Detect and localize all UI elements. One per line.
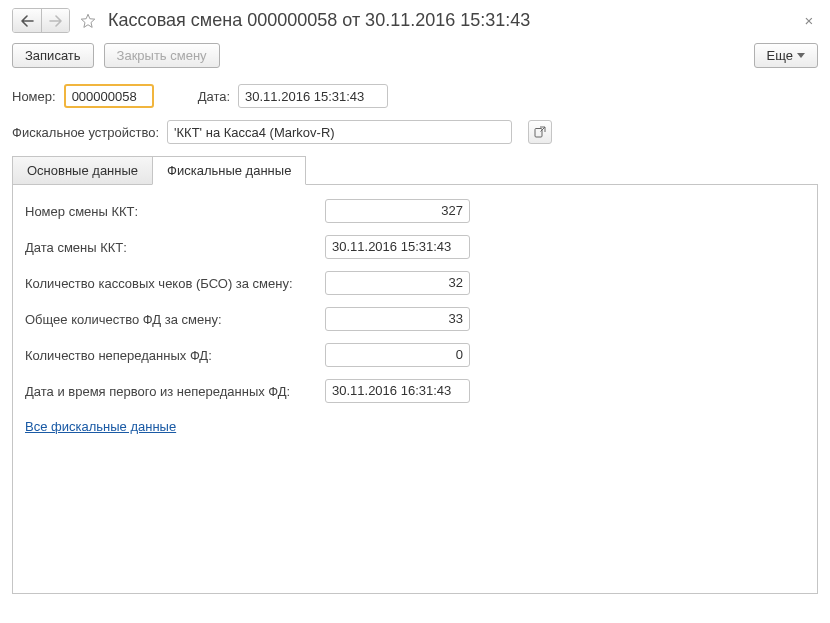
row-checks-count: Количество кассовых чеков (БСО) за смену…: [25, 271, 805, 295]
tabs-container: Основные данные Фискальные данные Номер …: [12, 156, 818, 594]
nav-buttons: [12, 8, 70, 33]
tabs: Основные данные Фискальные данные: [12, 156, 818, 185]
more-button-label: Еще: [767, 48, 793, 63]
row-fd-first-unsent-date: Дата и время первого из непереданных ФД:…: [25, 379, 805, 403]
arrow-left-icon: [20, 15, 34, 27]
fd-total-label: Общее количество ФД за смену:: [25, 312, 325, 327]
tab-fiscal[interactable]: Фискальные данные: [152, 156, 306, 185]
row-shift-number: Номер смены ККТ: 327: [25, 199, 805, 223]
close-icon: ×: [805, 13, 814, 28]
checks-count-label: Количество кассовых чеков (БСО) за смену…: [25, 276, 325, 291]
close-button[interactable]: ×: [800, 12, 818, 30]
checks-count-value[interactable]: 32: [325, 271, 470, 295]
fd-unsent-value[interactable]: 0: [325, 343, 470, 367]
device-label: Фискальное устройство:: [12, 125, 159, 140]
tab-fiscal-panel: Номер смены ККТ: 327 Дата смены ККТ: 30.…: [12, 184, 818, 594]
row-fd-unsent: Количество непереданных ФД: 0: [25, 343, 805, 367]
page-title: Кассовая смена 000000058 от 30.11.2016 1…: [108, 10, 530, 31]
date-input[interactable]: [238, 84, 388, 108]
fd-first-unsent-date-label: Дата и время первого из непереданных ФД:: [25, 384, 325, 399]
caret-down-icon: [797, 53, 805, 59]
number-input[interactable]: [64, 84, 154, 108]
device-open-button[interactable]: [528, 120, 552, 144]
row-fd-total: Общее количество ФД за смену: 33: [25, 307, 805, 331]
nav-back-button[interactable]: [13, 9, 41, 32]
favorite-star-button[interactable]: [78, 11, 98, 31]
write-button[interactable]: Записать: [12, 43, 94, 68]
shift-number-label: Номер смены ККТ:: [25, 204, 325, 219]
open-link-icon: [534, 126, 546, 138]
fd-total-value[interactable]: 33: [325, 307, 470, 331]
all-fiscal-link[interactable]: Все фискальные данные: [25, 419, 176, 434]
shift-number-value[interactable]: 327: [325, 199, 470, 223]
shift-date-label: Дата смены ККТ:: [25, 240, 325, 255]
nav-forward-button[interactable]: [41, 9, 69, 32]
shift-date-value[interactable]: 30.11.2016 15:31:43: [325, 235, 470, 259]
number-label: Номер:: [12, 89, 56, 104]
fd-unsent-label: Количество непереданных ФД:: [25, 348, 325, 363]
tab-main[interactable]: Основные данные: [12, 156, 153, 185]
titlebar: Кассовая смена 000000058 от 30.11.2016 1…: [12, 8, 818, 33]
svg-rect-0: [535, 129, 542, 138]
toolbar: Записать Закрыть смену Еще: [12, 43, 818, 68]
close-shift-button[interactable]: Закрыть смену: [104, 43, 220, 68]
row-number-date: Номер: Дата:: [12, 84, 818, 108]
device-input[interactable]: [167, 120, 512, 144]
row-shift-date: Дата смены ККТ: 30.11.2016 15:31:43: [25, 235, 805, 259]
fd-first-unsent-date-value[interactable]: 30.11.2016 16:31:43: [325, 379, 470, 403]
row-device: Фискальное устройство:: [12, 120, 818, 144]
more-button[interactable]: Еще: [754, 43, 818, 68]
star-icon: [79, 12, 97, 30]
arrow-right-icon: [49, 15, 63, 27]
date-label: Дата:: [198, 89, 230, 104]
